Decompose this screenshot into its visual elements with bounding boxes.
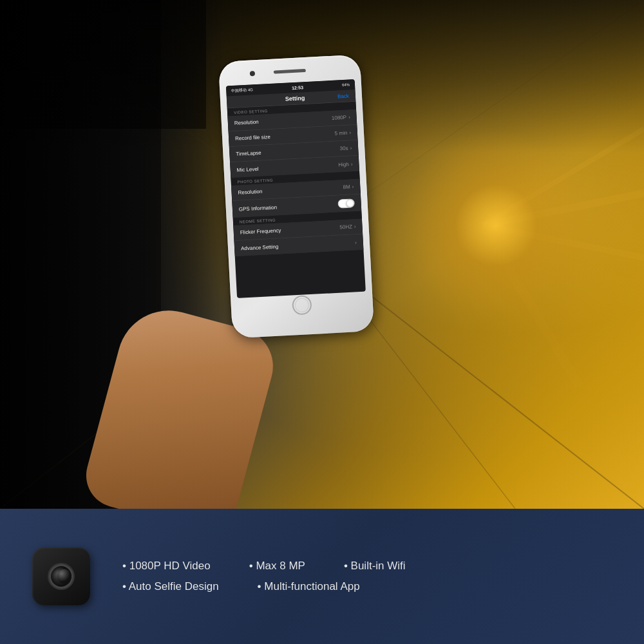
phone-speaker <box>274 69 306 74</box>
camera-lens-inner <box>57 569 71 583</box>
phone-front-camera <box>250 71 255 76</box>
back-button[interactable]: Back <box>337 93 349 99</box>
feature-app: • Multi-functional App <box>258 580 360 593</box>
app-title: Setting <box>285 95 305 102</box>
gps-label: GPS Information <box>239 204 278 212</box>
mic-level-value: High › <box>338 161 353 167</box>
record-file-size-label: Record file size <box>235 134 270 142</box>
feature-selfie: • Auto Selfie Design <box>122 580 219 593</box>
features-container: • 1080P HD Video • Max 8 MP • Built-in W… <box>122 560 618 593</box>
camera-body <box>32 547 90 605</box>
resolution-video-label: Resolution <box>234 119 259 126</box>
gps-toggle-switch[interactable] <box>337 198 355 208</box>
resolution-video-value: 1080P › <box>332 114 350 120</box>
gps-toggle[interactable] <box>337 198 355 208</box>
timelapse-label: TimeLapse <box>236 150 261 157</box>
carrier-text: 中国移动 4G <box>231 87 253 94</box>
toggle-knob <box>346 199 354 207</box>
bottom-features-section: • 1080P HD Video • Max 8 MP • Built-in W… <box>0 509 644 644</box>
flicker-frequency-label: Flicker Frequency <box>240 227 281 235</box>
feature-8mp: • Max 8 MP <box>249 560 305 573</box>
phone-body: 中国移动 4G 12:53 64% Setting Back VIDEO SET… <box>218 55 374 339</box>
advance-setting-label: Advance Setting <box>241 243 279 251</box>
home-button[interactable] <box>292 295 312 316</box>
mic-level-label: Mic Level <box>236 166 258 173</box>
background-photo: 中国移动 4G 12:53 64% Setting Back VIDEO SET… <box>0 0 644 509</box>
camera-product-image <box>26 541 97 612</box>
record-file-size-value: 5 min › <box>334 129 351 136</box>
phone: 中国移动 4G 12:53 64% Setting Back VIDEO SET… <box>218 55 374 339</box>
neome-settings-group: Flicker Frequency 50HZ › Advance Setting… <box>233 219 363 256</box>
resolution-photo-label: Resolution <box>238 189 262 196</box>
time-display: 12:53 <box>292 85 303 90</box>
advance-setting-chevron: › <box>355 240 357 245</box>
feature-wifi: • Built-in Wifi <box>344 560 406 573</box>
home-button-ring <box>294 298 309 312</box>
features-row-1: • 1080P HD Video • Max 8 MP • Built-in W… <box>122 560 618 573</box>
phone-screen: 中国移动 4G 12:53 64% Setting Back VIDEO SET… <box>226 79 366 298</box>
feature-1080p: • 1080P HD Video <box>122 560 211 573</box>
flicker-frequency-value: 50HZ › <box>339 223 356 230</box>
resolution-photo-value: 8M › <box>343 184 354 190</box>
features-row-2: • Auto Selfie Design • Multi-functional … <box>122 580 618 593</box>
camera-lens <box>49 564 73 589</box>
light-burst <box>399 129 592 322</box>
battery-text: 64% <box>342 82 350 87</box>
video-settings-group: Resolution 1080P › Record file size 5 mi… <box>227 109 359 178</box>
timelapse-value: 30s › <box>339 145 352 151</box>
